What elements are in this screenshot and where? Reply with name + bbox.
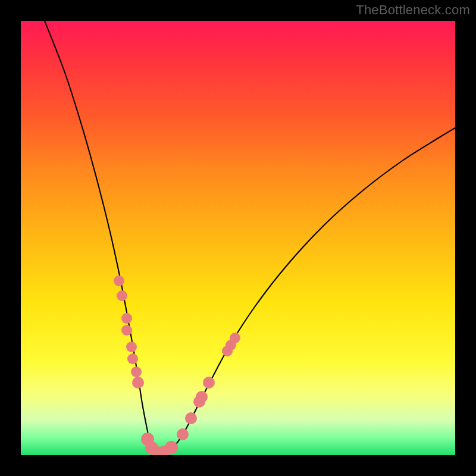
chart-frame: TheBottleneck.com (0, 0, 476, 476)
plot-gradient-background (21, 21, 455, 455)
watermark-text: TheBottleneck.com (356, 2, 470, 18)
